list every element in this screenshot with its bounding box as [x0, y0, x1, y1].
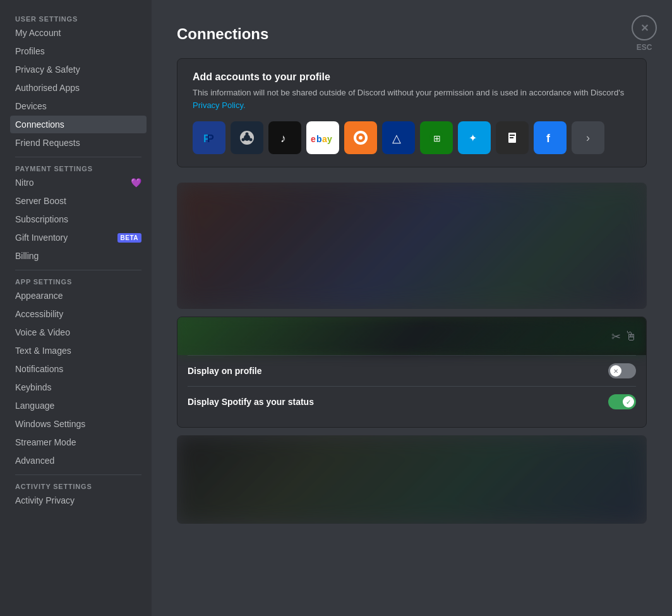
- activity-settings-section-label: ACTIVITY SETTINGS: [10, 473, 97, 493]
- svg-point-14: [359, 136, 363, 140]
- toggle-knob-spotify: ✓: [623, 396, 634, 408]
- sidebar-item-profiles[interactable]: Profiles: [10, 42, 147, 60]
- svg-point-6: [249, 138, 253, 142]
- sidebar-item-subscriptions[interactable]: Subscriptions: [10, 210, 147, 228]
- remove-connection-button[interactable]: ✂ 🖱: [611, 329, 637, 344]
- display-on-profile-label: Display on profile: [188, 366, 261, 376]
- scissors-icon: ✂: [611, 329, 621, 343]
- sidebar-item-activity-privacy[interactable]: Activity Privacy: [10, 492, 147, 509]
- sidebar-item-keybinds[interactable]: Keybinds: [10, 378, 147, 396]
- close-icon: ✕: [640, 22, 649, 34]
- user-settings-section-label: USER SETTINGS: [10, 5, 83, 25]
- sidebar-item-language[interactable]: Language: [10, 397, 147, 414]
- display-on-profile-row: Display on profile ✕: [188, 355, 636, 386]
- card-header-blur: [177, 317, 646, 355]
- svg-text:△: △: [392, 132, 401, 145]
- chevron-right-icon: ›: [586, 131, 590, 145]
- connect-tiktok-button[interactable]: ♪: [268, 121, 301, 154]
- spotify-card-content: Display on profile ✕ Display Spotify as …: [177, 355, 646, 427]
- sidebar-item-accessibility[interactable]: Accessibility: [10, 305, 147, 323]
- sidebar: USER SETTINGS My Account Profiles Privac…: [0, 0, 152, 616]
- svg-point-5: [242, 138, 245, 142]
- svg-text:e: e: [311, 134, 316, 144]
- sidebar-item-advanced[interactable]: Advanced: [10, 452, 147, 469]
- sidebar-item-authorised-apps[interactable]: Authorised Apps: [10, 79, 147, 97]
- display-on-profile-toggle[interactable]: ✕: [608, 363, 636, 378]
- svg-text:y: y: [327, 134, 332, 144]
- svg-text:f: f: [546, 132, 551, 145]
- privacy-policy-link[interactable]: Privacy Policy.: [193, 100, 246, 110]
- page-title: Connections: [177, 25, 647, 43]
- svg-text:✦: ✦: [469, 133, 477, 143]
- blur-overlay-top: [177, 183, 647, 309]
- connect-xbox-button[interactable]: ⊞: [420, 121, 453, 154]
- blurred-accounts-bottom: [177, 435, 647, 524]
- sidebar-item-voice-video[interactable]: Voice & Video: [10, 323, 147, 341]
- esc-button[interactable]: ✕ ESC: [632, 15, 657, 52]
- toggle-x-icon: ✕: [613, 368, 618, 375]
- svg-rect-21: [510, 137, 513, 138]
- display-spotify-status-toggle[interactable]: ✓: [608, 394, 636, 409]
- svg-point-4: [246, 133, 249, 136]
- sidebar-item-windows-settings[interactable]: Windows Settings: [10, 415, 147, 433]
- add-accounts-desc: This information will not be shared outs…: [193, 87, 631, 111]
- payment-settings-section-label: PAYMENT SETTINGS: [10, 155, 98, 175]
- svg-text:♪: ♪: [280, 132, 286, 145]
- display-spotify-status-label: Display Spotify as your status: [188, 397, 314, 407]
- add-accounts-title: Add accounts to your profile: [193, 71, 631, 83]
- connect-paypal-button[interactable]: PP: [193, 121, 225, 154]
- app-settings-section-label: APP SETTINGS: [10, 268, 77, 288]
- main-content: ✕ ESC Connections Add accounts to your p…: [152, 0, 672, 616]
- toggle-knob-display: ✕: [610, 365, 621, 377]
- blurred-accounts-top: [177, 183, 647, 309]
- connect-epicgames-button[interactable]: [496, 121, 529, 154]
- svg-rect-20: [510, 135, 515, 136]
- sidebar-item-gift-inventory[interactable]: Gift Inventory BETA: [10, 229, 147, 246]
- connect-playstation-button[interactable]: △: [382, 121, 415, 154]
- cursor-icon: 🖱: [625, 329, 637, 344]
- nitro-icon: 💜: [131, 178, 141, 188]
- connect-steam-button[interactable]: [231, 121, 263, 154]
- svg-text:⊞: ⊞: [433, 133, 441, 143]
- blur-overlay-bottom: [177, 435, 647, 524]
- connect-more-button[interactable]: ›: [572, 121, 604, 154]
- sidebar-item-streamer-mode[interactable]: Streamer Mode: [10, 433, 147, 451]
- sidebar-item-nitro[interactable]: Nitro 💜: [10, 174, 147, 191]
- svg-text:a: a: [322, 134, 327, 144]
- beta-badge: BETA: [117, 233, 141, 243]
- sidebar-item-friend-requests[interactable]: Friend Requests: [10, 134, 147, 152]
- display-spotify-status-row: Display Spotify as your status ✓: [188, 386, 636, 417]
- esc-label: ESC: [637, 43, 652, 52]
- connect-battlenet-button[interactable]: ✦: [458, 121, 491, 154]
- sidebar-item-devices[interactable]: Devices: [10, 97, 147, 115]
- sidebar-item-appearance[interactable]: Appearance: [10, 287, 147, 305]
- svg-text:b: b: [316, 134, 322, 144]
- sidebar-item-billing[interactable]: Billing: [10, 247, 147, 265]
- esc-circle[interactable]: ✕: [632, 15, 657, 40]
- sidebar-item-connections[interactable]: Connections: [10, 116, 147, 133]
- toggle-check-icon: ✓: [626, 399, 631, 406]
- connect-crunchyroll-button[interactable]: [344, 121, 377, 154]
- sidebar-item-text-images[interactable]: Text & Images: [10, 342, 147, 359]
- spotify-connected-card: ✂ 🖱 Display on profile ✕ Display Spotify…: [177, 317, 647, 428]
- connection-icons-row: PP ♪ ebay △ ⊞ ✦: [193, 121, 631, 154]
- add-accounts-card: Add accounts to your profile This inform…: [177, 58, 647, 167]
- sidebar-item-privacy-safety[interactable]: Privacy & Safety: [10, 61, 147, 78]
- connect-facebook-button[interactable]: f: [534, 121, 567, 154]
- sidebar-item-server-boost[interactable]: Server Boost: [10, 192, 147, 210]
- sidebar-item-my-account[interactable]: My Account: [10, 24, 147, 42]
- spotify-card-header: ✂ 🖱: [177, 317, 646, 355]
- svg-text:P: P: [207, 133, 214, 144]
- sidebar-item-notifications[interactable]: Notifications: [10, 360, 147, 378]
- connect-ebay-button[interactable]: ebay: [306, 121, 339, 154]
